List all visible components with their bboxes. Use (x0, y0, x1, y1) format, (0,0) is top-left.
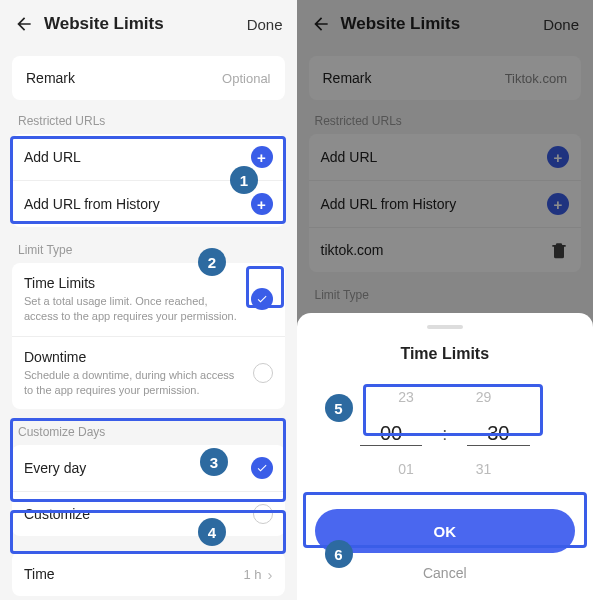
urls-card: Add URL + Add URL from History + (12, 134, 285, 227)
plus-icon[interactable]: + (251, 193, 273, 215)
urls-card: Add URL + Add URL from History + tiktok.… (309, 134, 582, 272)
picker-next-hour: 01 (398, 461, 414, 479)
picker-min[interactable]: 30 (467, 422, 529, 446)
every-day-label: Every day (24, 460, 251, 476)
plus-icon[interactable]: + (547, 146, 569, 168)
page-title: Website Limits (341, 14, 544, 34)
checkmark-icon[interactable] (251, 457, 273, 479)
section-days: Customize Days (0, 425, 297, 445)
chevron-right-icon: › (268, 566, 273, 583)
time-limits-sub: Set a total usage limit. Once reached, a… (24, 294, 241, 324)
url-entry-label: tiktok.com (321, 242, 550, 258)
add-url-label: Add URL (24, 149, 251, 165)
trash-icon[interactable] (549, 240, 569, 260)
back-arrow-icon[interactable] (311, 14, 331, 34)
downtime-row[interactable]: Downtime Schedule a downtime, during whi… (12, 336, 285, 410)
remark-field[interactable]: Remark Tiktok.com (309, 56, 582, 100)
radio-unchecked-icon[interactable] (253, 363, 273, 383)
add-url-history-label: Add URL from History (24, 196, 251, 212)
add-url-history-row[interactable]: Add URL from History + (309, 180, 582, 227)
checkmark-icon[interactable] (251, 288, 273, 310)
section-limit-type: Limit Type (297, 288, 594, 308)
remark-label: Remark (26, 70, 222, 86)
add-url-row[interactable]: Add URL + (309, 134, 582, 180)
customize-label: Customize (24, 506, 253, 522)
time-value: 1 h (243, 567, 261, 582)
radio-unchecked-icon[interactable] (253, 504, 273, 524)
downtime-title: Downtime (24, 349, 243, 365)
section-restricted-urls: Restricted URLs (297, 114, 594, 134)
downtime-sub: Schedule a downtime, during which access… (24, 368, 243, 398)
time-picker[interactable]: 23 29 00 : 30 01 31 (315, 389, 576, 479)
done-button[interactable]: Done (543, 16, 579, 33)
cancel-button[interactable]: Cancel (315, 565, 576, 581)
header: Website Limits Done (0, 0, 297, 48)
remark-label: Remark (323, 70, 505, 86)
remark-value: Tiktok.com (505, 71, 567, 86)
time-limits-row[interactable]: Time Limits Set a total usage limit. Onc… (12, 263, 285, 336)
plus-icon[interactable]: + (547, 193, 569, 215)
ok-button[interactable]: OK (315, 509, 576, 553)
add-url-label: Add URL (321, 149, 548, 165)
left-pane: Website Limits Done Remark Optional Rest… (0, 0, 297, 600)
right-pane: Website Limits Done Remark Tiktok.com Re… (297, 0, 594, 600)
time-limits-sheet: Time Limits 23 29 00 : 30 01 31 OK (297, 313, 594, 600)
page-title: Website Limits (44, 14, 247, 34)
add-url-row[interactable]: Add URL + (12, 134, 285, 180)
colon: : (442, 424, 447, 445)
add-url-history-label: Add URL from History (321, 196, 548, 212)
time-row[interactable]: Time 1 h › (12, 552, 285, 596)
done-button[interactable]: Done (247, 16, 283, 33)
header: Website Limits Done (297, 0, 594, 48)
add-url-history-row[interactable]: Add URL from History + (12, 180, 285, 227)
time-limits-title: Time Limits (24, 275, 241, 291)
time-label: Time (24, 566, 243, 582)
url-entry-row[interactable]: tiktok.com (309, 227, 582, 272)
remark-field[interactable]: Remark Optional (12, 56, 285, 100)
remark-placeholder: Optional (222, 71, 270, 86)
every-day-row[interactable]: Every day (12, 445, 285, 491)
section-restricted-urls: Restricted URLs (0, 114, 297, 134)
sheet-handle[interactable] (427, 325, 463, 329)
picker-next-min: 31 (476, 461, 492, 479)
sheet-title: Time Limits (315, 345, 576, 363)
customize-row[interactable]: Customize (12, 491, 285, 536)
picker-hour[interactable]: 00 (360, 422, 422, 446)
section-limit-type: Limit Type (0, 243, 297, 263)
time-card: Time 1 h › (12, 552, 285, 596)
picker-prev-min: 29 (476, 389, 492, 407)
picker-prev-hour: 23 (398, 389, 414, 407)
plus-icon[interactable]: + (251, 146, 273, 168)
back-arrow-icon[interactable] (14, 14, 34, 34)
limit-type-card: Time Limits Set a total usage limit. Onc… (12, 263, 285, 409)
days-card: Every day Customize (12, 445, 285, 536)
